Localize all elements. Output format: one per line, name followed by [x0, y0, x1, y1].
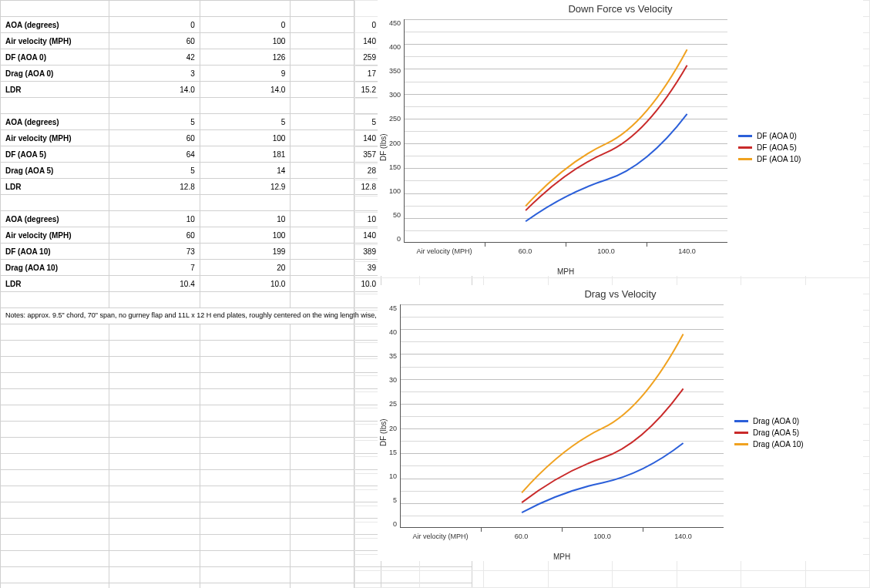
- cell[interactable]: [109, 502, 200, 519]
- cell[interactable]: [109, 389, 200, 405]
- cell-value[interactable]: 0: [200, 17, 291, 33]
- cell-value[interactable]: 60: [109, 227, 200, 244]
- cell-value[interactable]: 10: [109, 211, 200, 227]
- cell[interactable]: [109, 486, 200, 502]
- cell-value[interactable]: 42: [109, 49, 200, 66]
- row-label[interactable]: Drag (AOA 0): [1, 66, 109, 82]
- cell[interactable]: [1, 422, 109, 438]
- cell[interactable]: [109, 438, 200, 454]
- cell[interactable]: [109, 1, 200, 17]
- cell[interactable]: [1, 519, 109, 535]
- cell[interactable]: [1, 486, 109, 502]
- cell[interactable]: [200, 438, 291, 454]
- cell-value[interactable]: 199: [200, 244, 291, 260]
- cell[interactable]: [1, 195, 109, 211]
- cell[interactable]: [109, 470, 200, 486]
- cell[interactable]: [200, 405, 291, 422]
- cell-value[interactable]: 10.0: [200, 276, 291, 292]
- cell-value[interactable]: 100: [200, 33, 291, 49]
- row-label[interactable]: DF (AOA 10): [1, 244, 109, 260]
- cell-value[interactable]: 64: [109, 146, 200, 163]
- cell-value[interactable]: 5: [109, 114, 200, 130]
- row-label[interactable]: AOA (degrees): [1, 211, 109, 227]
- cell[interactable]: [1, 438, 109, 454]
- row-label[interactable]: Air velocity (MPH): [1, 227, 109, 244]
- cell[interactable]: [1, 1, 109, 17]
- cell-value[interactable]: 12.9: [200, 179, 291, 195]
- row-label[interactable]: Drag (AOA 10): [1, 260, 109, 276]
- cell[interactable]: [1, 292, 109, 308]
- cell[interactable]: [1, 98, 109, 114]
- cell-value[interactable]: 14: [200, 163, 291, 179]
- cell[interactable]: [200, 195, 291, 211]
- cell[interactable]: [200, 486, 291, 502]
- cell[interactable]: [200, 470, 291, 486]
- cell-value[interactable]: 126: [200, 49, 291, 66]
- cell-value[interactable]: 5: [109, 163, 200, 179]
- cell[interactable]: [109, 567, 200, 583]
- cell-value[interactable]: 100: [200, 227, 291, 244]
- cell[interactable]: [1, 567, 109, 583]
- row-label[interactable]: LDR: [1, 179, 109, 195]
- cell-value[interactable]: 0: [109, 17, 200, 33]
- cell-value[interactable]: 181: [200, 146, 291, 163]
- cell[interactable]: [1, 502, 109, 519]
- cell-value[interactable]: 12.8: [109, 179, 200, 195]
- row-label[interactable]: AOA (degrees): [1, 17, 109, 33]
- cell[interactable]: [109, 324, 200, 341]
- cell-value[interactable]: 14.0: [109, 82, 200, 98]
- cell[interactable]: [109, 551, 200, 567]
- row-label[interactable]: Air velocity (MPH): [1, 33, 109, 49]
- row-label[interactable]: LDR: [1, 82, 109, 98]
- cell[interactable]: [200, 1, 291, 17]
- cell-value[interactable]: 73: [109, 244, 200, 260]
- cell[interactable]: [1, 470, 109, 486]
- cell[interactable]: [1, 357, 109, 373]
- cell[interactable]: [1, 535, 109, 551]
- cell[interactable]: [109, 519, 200, 535]
- cell[interactable]: [109, 583, 200, 589]
- cell-value[interactable]: 10.4: [109, 276, 200, 292]
- cell-value[interactable]: 5: [200, 114, 291, 130]
- cell[interactable]: [200, 583, 291, 589]
- cell[interactable]: [1, 454, 109, 470]
- row-label[interactable]: AOA (degrees): [1, 114, 109, 130]
- cell[interactable]: [200, 519, 291, 535]
- cell[interactable]: [109, 373, 200, 389]
- cell[interactable]: [200, 357, 291, 373]
- cell-value[interactable]: 10: [200, 211, 291, 227]
- cell-value[interactable]: 60: [109, 130, 200, 146]
- cell-value[interactable]: 100: [200, 130, 291, 146]
- cell[interactable]: [1, 324, 109, 341]
- cell[interactable]: [109, 535, 200, 551]
- row-label[interactable]: Air velocity (MPH): [1, 130, 109, 146]
- cell[interactable]: [200, 422, 291, 438]
- cell[interactable]: [200, 324, 291, 341]
- cell[interactable]: [200, 567, 291, 583]
- cell[interactable]: [200, 551, 291, 567]
- cell-value[interactable]: 20: [200, 260, 291, 276]
- cell[interactable]: [200, 502, 291, 519]
- cell[interactable]: [1, 551, 109, 567]
- cell[interactable]: [200, 454, 291, 470]
- cell-value[interactable]: 7: [109, 260, 200, 276]
- row-label[interactable]: DF (AOA 5): [1, 146, 109, 163]
- cell[interactable]: [109, 405, 200, 422]
- cell[interactable]: [200, 389, 291, 405]
- cell[interactable]: [109, 422, 200, 438]
- cell[interactable]: [1, 583, 109, 589]
- cell[interactable]: [200, 98, 291, 114]
- cell-value[interactable]: 60: [109, 33, 200, 49]
- cell-value[interactable]: 9: [200, 66, 291, 82]
- cell[interactable]: [200, 373, 291, 389]
- cell[interactable]: [1, 405, 109, 422]
- cell[interactable]: [200, 292, 291, 308]
- cell-value[interactable]: 14.0: [200, 82, 291, 98]
- cell[interactable]: [109, 454, 200, 470]
- cell[interactable]: [1, 389, 109, 405]
- cell[interactable]: [109, 292, 200, 308]
- cell[interactable]: [200, 341, 291, 357]
- cell[interactable]: [109, 357, 200, 373]
- cell-value[interactable]: 3: [109, 66, 200, 82]
- cell[interactable]: [109, 195, 200, 211]
